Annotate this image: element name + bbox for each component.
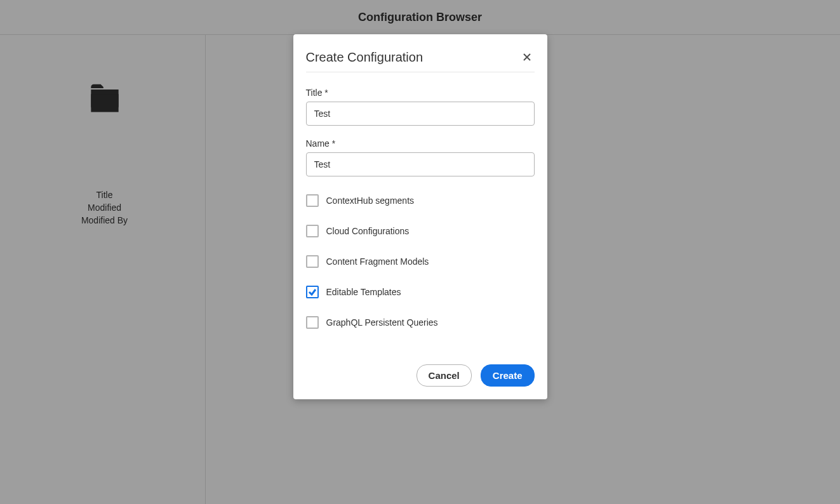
name-label: Name * — [306, 138, 535, 149]
option-editable-templates[interactable]: Editable Templates — [306, 286, 535, 298]
checkbox[interactable] — [306, 286, 319, 298]
option-content-fragment-models[interactable]: Content Fragment Models — [306, 255, 535, 268]
close-icon — [523, 53, 531, 61]
modal-overlay: Create Configuration Title * Name * — [0, 0, 840, 504]
create-button[interactable]: Create — [481, 364, 535, 387]
dialog-footer: Cancel Create — [293, 342, 547, 399]
checkbox[interactable] — [306, 194, 319, 207]
close-button[interactable] — [519, 50, 535, 65]
option-label: Content Fragment Models — [326, 256, 429, 267]
title-label: Title * — [306, 88, 535, 98]
title-input[interactable] — [306, 102, 535, 126]
option-label: Cloud Configurations — [326, 226, 410, 236]
option-contexthub-segments[interactable]: ContextHub segments — [306, 194, 535, 207]
name-input[interactable] — [306, 152, 535, 176]
dialog-body: Title * Name * ContextHub segments Cloud… — [293, 72, 547, 342]
checkbox[interactable] — [306, 225, 319, 237]
name-field: Name * — [306, 138, 535, 176]
option-label: GraphQL Persistent Queries — [326, 317, 438, 328]
dialog-header: Create Configuration — [293, 34, 547, 72]
cancel-button[interactable]: Cancel — [417, 364, 472, 387]
checkbox[interactable] — [306, 255, 319, 268]
checkbox[interactable] — [306, 316, 319, 329]
dialog-title: Create Configuration — [306, 50, 423, 65]
title-field: Title * — [306, 88, 535, 126]
option-graphql-persistent-queries[interactable]: GraphQL Persistent Queries — [306, 316, 535, 329]
option-label: Editable Templates — [326, 287, 401, 297]
option-cloud-configurations[interactable]: Cloud Configurations — [306, 225, 535, 237]
create-configuration-dialog: Create Configuration Title * Name * — [293, 34, 547, 399]
option-label: ContextHub segments — [326, 196, 415, 206]
